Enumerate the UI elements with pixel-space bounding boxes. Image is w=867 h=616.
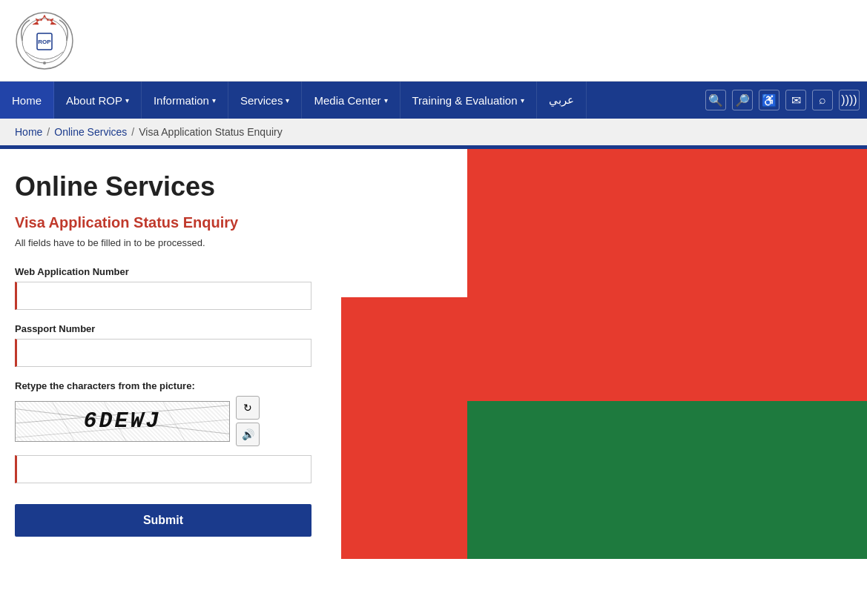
nav-information[interactable]: Information ▾	[142, 82, 228, 119]
oman-emblem	[371, 186, 438, 260]
captcha-refresh-button[interactable]: ↻	[236, 396, 260, 420]
web-app-number-label: Web Application Number	[15, 266, 326, 277]
oman-flag-panel	[341, 149, 867, 559]
navbar: Home About ROP ▾ Information ▾ Services …	[0, 82, 867, 119]
svg-line-11	[163, 402, 185, 441]
nav-home[interactable]: Home	[0, 82, 54, 119]
captcha-controls: ↻ 🔊	[236, 396, 260, 446]
rop-logo: ROP	[15, 11, 74, 70]
breadcrumb-online-services[interactable]: Online Services	[54, 126, 127, 138]
services-arrow: ▾	[286, 96, 289, 105]
captcha-image: 6DEWJ	[15, 401, 230, 442]
email-icon[interactable]: ✉	[785, 90, 806, 110]
breadcrumb-home[interactable]: Home	[15, 126, 42, 138]
svg-rect-14	[399, 191, 409, 195]
breadcrumb-sep-2: /	[131, 126, 134, 138]
zoom-out-icon[interactable]: 🔎	[732, 90, 753, 110]
passport-number-input[interactable]	[15, 339, 311, 367]
flag-white-section	[341, 149, 467, 297]
svg-line-9	[53, 402, 75, 441]
media-center-arrow: ▾	[384, 96, 388, 105]
main-content: Online Services Visa Application Status …	[0, 149, 867, 559]
breadcrumb-current: Visa Application Status Enquiry	[139, 126, 283, 138]
search-icon[interactable]: ⌕	[812, 90, 833, 110]
flag-right-green	[467, 401, 867, 559]
web-app-number-group: Web Application Number	[15, 266, 326, 310]
rss-icon[interactable]: ))))	[839, 90, 860, 110]
passport-number-label: Passport Number	[15, 323, 326, 334]
header: ROP	[0, 0, 867, 82]
training-arrow: ▾	[521, 96, 524, 105]
captcha-row: 6DEWJ ↻ 🔊	[15, 396, 326, 446]
nav-media-center[interactable]: Media Center ▾	[302, 82, 400, 119]
nav-training[interactable]: Training & Evaluation ▾	[400, 82, 537, 119]
passport-number-group: Passport Number	[15, 323, 326, 367]
about-rop-arrow: ▾	[125, 96, 129, 105]
breadcrumb: Home / Online Services / Visa Applicatio…	[0, 119, 867, 145]
captcha-audio-button[interactable]: 🔊	[236, 423, 260, 446]
form-panel: Online Services Visa Application Status …	[0, 149, 341, 559]
submit-button[interactable]: Submit	[15, 504, 311, 537]
nav-services[interactable]: Services ▾	[228, 82, 303, 119]
svg-text:ROP: ROP	[38, 39, 51, 45]
captcha-group: Retype the characters from the picture: …	[15, 380, 326, 483]
breadcrumb-sep-1: /	[47, 126, 50, 138]
logo-area: ROP	[15, 11, 74, 70]
web-app-number-input[interactable]	[15, 282, 311, 310]
flag-container	[341, 149, 867, 559]
flag-right-column	[467, 149, 867, 559]
page-title: Online Services	[15, 171, 326, 202]
flag-right-red	[467, 149, 867, 401]
svg-marker-2	[33, 15, 56, 24]
nav-about-rop[interactable]: About ROP ▾	[54, 82, 142, 119]
captcha-label: Retype the characters from the picture:	[15, 380, 326, 391]
section-title: Visa Application Status Enquiry	[15, 214, 326, 231]
flag-left-column	[341, 149, 467, 559]
information-arrow: ▾	[212, 96, 216, 105]
svg-point-5	[43, 62, 46, 64]
captcha-input[interactable]	[15, 455, 311, 483]
accessibility-icon[interactable]: ♿	[759, 90, 779, 110]
nav-icon-group: 🔍 🔎 ♿ ✉ ⌕ ))))	[698, 90, 867, 110]
captcha-text: 6DEWJ	[83, 408, 161, 434]
zoom-in-icon[interactable]: 🔍	[705, 90, 726, 110]
form-subtitle: All fields have to be filled in to be pr…	[15, 237, 326, 248]
nav-arabic[interactable]: عربي	[537, 82, 587, 119]
flag-left-red	[341, 297, 467, 559]
nav-items: Home About ROP ▾ Information ▾ Services …	[0, 82, 698, 119]
